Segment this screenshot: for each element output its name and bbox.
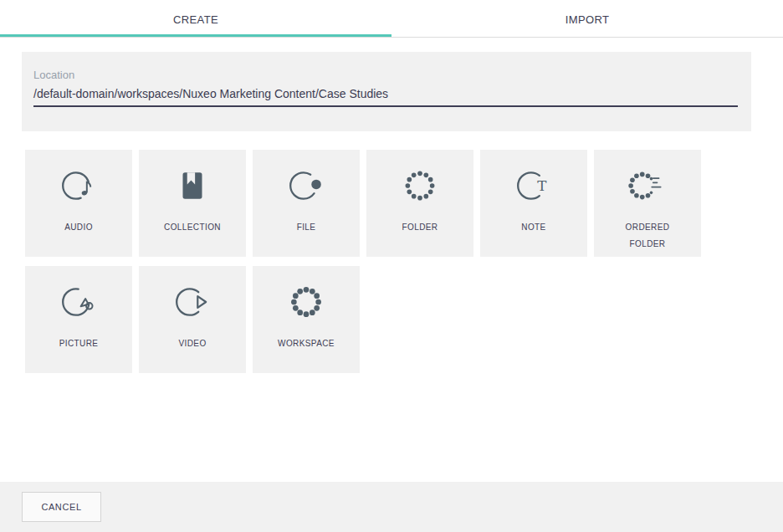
location-panel: Location /default-domain/workspaces/Nuxe… (22, 52, 751, 131)
folder-icon (401, 166, 439, 205)
doc-type-tile-collection[interactable]: COLLECTION (139, 150, 246, 257)
file-icon (287, 166, 325, 205)
doc-type-label: WORKSPACE (278, 335, 335, 352)
doc-type-tile-audio[interactable]: AUDIO (25, 150, 132, 257)
doc-type-label: COLLECTION (164, 219, 221, 236)
audio-icon (59, 166, 98, 205)
doc-type-grid: AUDIO COLLECTION FILE FOLDER T NOTE (25, 150, 758, 373)
doc-type-label: NOTE (521, 219, 545, 236)
doc-type-label: FILE (297, 219, 316, 236)
doc-type-tile-file[interactable]: FILE (253, 150, 360, 257)
location-input[interactable]: /default-domain/workspaces/Nuxeo Marketi… (33, 87, 738, 107)
footer-bar: CANCEL (0, 482, 783, 532)
doc-type-tile-video[interactable]: VIDEO (139, 266, 246, 373)
doc-type-label: PICTURE (59, 335, 99, 352)
doc-type-tile-folder[interactable]: FOLDER (366, 150, 473, 257)
collection-icon (173, 166, 212, 205)
location-label: Location (33, 69, 738, 81)
picture-icon (59, 283, 98, 321)
video-icon (173, 283, 212, 321)
doc-type-tile-note[interactable]: T NOTE (480, 150, 587, 257)
svg-text:T: T (537, 177, 546, 194)
doc-type-label: AUDIO (64, 219, 93, 236)
doc-type-label: ORDERED FOLDER (612, 219, 683, 253)
doc-type-tile-picture[interactable]: PICTURE (25, 266, 132, 373)
doc-type-label: VIDEO (178, 335, 206, 352)
doc-type-tile-workspace[interactable]: WORKSPACE (253, 266, 360, 373)
tab-import[interactable]: IMPORT (392, 0, 783, 37)
doc-type-tile-ordered-folder[interactable]: ORDERED FOLDER (594, 150, 701, 257)
note-icon: T (514, 166, 553, 205)
cancel-button[interactable]: CANCEL (22, 492, 101, 522)
ordered-folder-icon (628, 166, 667, 205)
doc-type-label: FOLDER (402, 219, 438, 236)
workspace-icon (287, 283, 325, 321)
tab-create[interactable]: CREATE (0, 0, 392, 37)
create-import-tabbar: CREATE IMPORT (0, 0, 783, 38)
